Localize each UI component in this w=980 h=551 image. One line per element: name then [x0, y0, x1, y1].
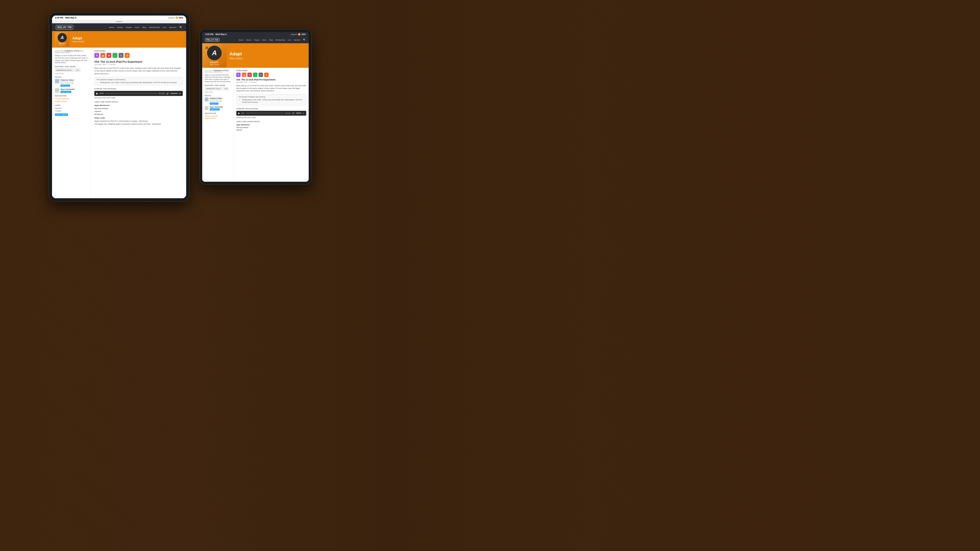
subscribe-pocketcasts-small[interactable]: ⊕ — [247, 73, 252, 77]
nav-label-small: NAVIGATION — [205, 113, 231, 114]
host2-twitter-large[interactable]: Follow ryanticc — [60, 91, 71, 93]
play-button-small[interactable]: ▶ — [238, 112, 240, 114]
relay-logo-large[interactable]: RELAY FM — [56, 25, 73, 29]
sponsor-text-small: This episode of Adapt is sponsored by: — [239, 96, 304, 98]
subscribe-spotify-small[interactable]: ♫ — [253, 73, 258, 77]
links-label-large: LINKS — [55, 105, 88, 106]
nav-live-large[interactable]: Live — [163, 26, 167, 29]
prev-episode-small[interactable]: Previous Episode — [205, 115, 231, 117]
contact-link-large[interactable]: Contact — [55, 110, 88, 112]
nav-store-small[interactable]: Store — [262, 39, 266, 41]
speed-badge-large[interactable]: 1x — [179, 92, 181, 94]
status-bar-large: 3:20 PM Wed May 6 relay.fm 📶 65% — [52, 16, 186, 20]
volume-icon-large[interactable]: 🔊 — [166, 92, 169, 95]
cover-adapt-small: ADAPT — [210, 61, 219, 64]
audio-player-large: ▶ 00:00 01:12:54 🔊 1x — [94, 91, 183, 96]
nav-store-large[interactable]: Store — [135, 26, 139, 29]
episode-title-small: #24: The 11-inch iPad Pro Experiment — [236, 78, 306, 81]
podcast-header-small: 5 A ADAPT Stay curious Adapt Stay curiou… — [202, 43, 309, 68]
nav-shows-small[interactable]: Shows — [246, 39, 251, 41]
host2-fullname-large: Ryan Christoffel — [60, 88, 88, 91]
download-link-large[interactable]: Download: MP3 (68.01 MB) — [94, 97, 183, 98]
subscribe-podcasts-small[interactable]: 🎙 — [236, 73, 240, 77]
support-label-small: SUPPORT THIS SHOW — [205, 84, 231, 86]
subscribe-castro-small[interactable]: ◎ — [259, 73, 263, 77]
hosts-label-large: HOSTS — [55, 76, 88, 78]
learn-more-small[interactable]: Learn More — [205, 91, 231, 93]
subscribe-spotify-large[interactable]: ♫ — [113, 53, 118, 58]
other-link-1-large[interactable]: Magic Keyboard for iPad Pro: A New Breed… — [94, 120, 183, 122]
app-ulysses-large[interactable]: Ulysses — [94, 110, 183, 113]
subscribe-overcast-small[interactable]: ☁ — [242, 73, 246, 77]
other-link-2-large[interactable]: The Mighty mini: Adapting Apple's Diminu… — [94, 123, 183, 125]
sponsor-link-large[interactable]: Sponsor — [55, 107, 88, 110]
follow-badge-large[interactable]: Follow _adaptfm — [55, 113, 68, 116]
show-notes-label-large: LINKS AND SHOW NOTES — [94, 101, 183, 103]
nav-people-small[interactable]: People — [254, 39, 259, 41]
relay-logo-small[interactable]: RELAY FM — [205, 38, 220, 41]
audio-current-small: 0:00 — [241, 113, 244, 114]
support-label-large: SUPPORT THIS SHOW — [55, 66, 88, 68]
cover-adapt-label-large: ADAPT — [59, 43, 65, 44]
audio-progress-small[interactable] — [246, 113, 284, 113]
subscribe-label-large: SUBSCRIBE — [94, 50, 183, 52]
app-morning-reader-large[interactable]: Morning Reader — [94, 107, 183, 110]
play-button-large[interactable]: ▶ — [96, 92, 98, 95]
sponsor-item-small: TextExpander, from Smile: Unlock your pr… — [242, 98, 304, 104]
app-mindnode-large[interactable]: MindNode — [94, 113, 183, 115]
host1-twitter-small[interactable]: Follow viticci — [210, 103, 218, 105]
speed-badge-small[interactable]: 1x — [303, 113, 304, 114]
learn-more-large[interactable]: Learn More — [55, 73, 88, 74]
nav-sponsor-small[interactable]: Sponsor — [294, 39, 300, 41]
sponsor-text-large: This episode of Adapt is sponsored by: — [97, 79, 181, 80]
host1-twitter-large[interactable]: Follow viticci — [60, 84, 70, 87]
membership-btn-large[interactable]: MEMBERSHIP LEVEL▾ — [55, 68, 73, 71]
cover-subtitle-large: Stay curious — [59, 44, 65, 46]
archives-link-large[interactable]: Adapt Archives — [55, 100, 88, 103]
nav-sponsor-large[interactable]: Sponsor — [169, 26, 177, 29]
subscribe-rss-large[interactable]: ⊞ — [125, 53, 130, 58]
status-bar-small: 3:20 PM Wed May 6 relay.fm 📶 19% — [202, 32, 309, 37]
subscribe-overcast-large[interactable]: ☁ — [100, 53, 105, 58]
cover-circle-small: A — [207, 46, 222, 60]
nav-membership-large[interactable]: Membership — [149, 26, 160, 29]
subscribe-icons-large: 🎙 ☁ ⊕ ♫ ◎ ⊞ — [94, 53, 183, 58]
join-btn-small[interactable]: JOIN — [223, 87, 229, 90]
nav-live-small[interactable]: Live — [288, 39, 291, 41]
apps-label-small: Apps Mentioned — [236, 124, 306, 125]
search-icon-large[interactable]: 🔍 — [179, 26, 182, 29]
host2-info-small: Ryan Christoffel Follow ryanticc — [210, 106, 231, 111]
search-icon-small[interactable]: 🔍 — [303, 39, 306, 41]
cover-sub-small: Stay curious — [210, 64, 219, 65]
audio-total-time-large: 01:12:54 — [159, 92, 165, 94]
nav-membership-small[interactable]: Membership — [275, 39, 285, 41]
audio-progress-large[interactable] — [105, 93, 157, 94]
nav-about-small[interactable]: About — [239, 39, 243, 41]
episode-desc-small: Ryan used an 11-inch iPad Pro most of th… — [236, 84, 306, 92]
volume-bar-small[interactable] — [296, 113, 301, 113]
nav-about-large[interactable]: About — [109, 26, 114, 29]
content-area-large: HOSTED BY FEDERICO VITICCI AND RYAN CHRI… — [52, 48, 186, 198]
subscribe-rss-small[interactable]: ⊞ — [264, 73, 269, 77]
time-small: 3:20 PM — [205, 33, 213, 35]
volume-bar-large[interactable] — [170, 93, 178, 94]
nav-shows-large[interactable]: Shows — [117, 26, 123, 29]
subscribe-podcasts-large[interactable]: 🎙 — [94, 53, 99, 58]
nav-blog-large[interactable]: Blog — [142, 26, 146, 29]
archives-small[interactable]: Adapt Archives — [205, 118, 231, 119]
membership-btn-small[interactable]: MEMBERSHIP LEVEL▾ — [205, 87, 222, 90]
volume-icon-small[interactable]: 🔊 — [292, 112, 294, 114]
app-ulysses-small[interactable]: Ulysses — [236, 129, 306, 131]
nav-people-large[interactable]: People — [126, 26, 132, 29]
podcast-subtitle-small: Stay curious — [229, 57, 306, 60]
nav-blog-small[interactable]: Blog — [269, 39, 273, 41]
prev-episode-link-large[interactable]: Previous Episode — [55, 98, 88, 100]
download-link-small[interactable]: Download: MP3 (68.01 MB) — [236, 117, 306, 118]
join-btn-large[interactable]: JOIN — [74, 68, 81, 71]
subscribe-pocketcasts-large[interactable]: ⊕ — [107, 53, 111, 58]
app-morning-reader-small[interactable]: Morning Reader — [236, 127, 306, 128]
host2-twitter-small[interactable]: Follow ryanticc — [210, 108, 220, 111]
subscribe-label-small: SUBSCRIBE — [236, 70, 306, 71]
subscribe-castro-large[interactable]: ◎ — [119, 53, 124, 58]
url-bar-large[interactable]: relay.fm — [52, 20, 186, 23]
